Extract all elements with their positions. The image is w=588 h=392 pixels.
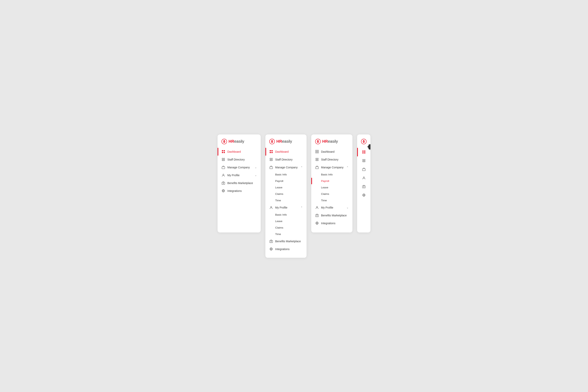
nav-staff-directory-4[interactable] xyxy=(357,156,370,165)
benefits-icon-1 xyxy=(222,181,225,185)
svg-rect-48 xyxy=(364,150,365,152)
nav-manage-company-2[interactable]: Manage Company ⌃ xyxy=(266,164,306,171)
sub-leave-profile-2[interactable]: Leave xyxy=(266,218,306,224)
my-profile-chevron-3: ⌄ xyxy=(346,206,348,209)
svg-point-46 xyxy=(364,140,364,141)
logo-text-1: HReasily xyxy=(228,139,244,144)
sub-time-mc-2[interactable]: Time xyxy=(266,197,306,204)
nav-staff-directory-3[interactable]: Staff Directory xyxy=(311,156,352,164)
nav-manage-company-label-3: Manage Company xyxy=(321,166,344,169)
integrations-icon-1 xyxy=(222,189,225,193)
nav-dashboard-4[interactable] xyxy=(357,148,370,156)
sub-payroll-3[interactable]: Payroll xyxy=(311,178,352,184)
sub-leave-mc-2[interactable]: Leave xyxy=(266,184,306,191)
nav-benefits-label-2: Benefits Marketplace xyxy=(275,240,301,243)
benefits-icon-4 xyxy=(362,185,366,188)
dashboard-icon-3 xyxy=(315,150,319,154)
svg-point-16 xyxy=(272,140,273,141)
nav-integrations-4[interactable] xyxy=(357,191,370,200)
integrations-icon-3 xyxy=(315,222,319,225)
hreasily-logo-icon-4 xyxy=(361,139,366,144)
sub-payroll-2[interactable]: Payroll xyxy=(266,178,306,184)
nav-staff-directory-label-3: Staff Directory xyxy=(321,158,338,161)
svg-rect-50 xyxy=(364,152,365,154)
svg-rect-5 xyxy=(224,152,225,153)
svg-rect-24 xyxy=(270,167,273,169)
nav-my-profile-label-1: My Profile xyxy=(227,174,240,177)
nav-benefits-1[interactable]: Benefits Marketplace xyxy=(218,179,261,187)
svg-rect-23 xyxy=(270,160,272,161)
svg-point-25 xyxy=(270,206,272,208)
dashboard-icon-4 xyxy=(362,150,366,154)
nav-manage-company-3[interactable]: Manage Company ⌃ xyxy=(311,164,352,171)
nav-my-profile-2[interactable]: My Profile ⌃ xyxy=(266,204,306,212)
svg-rect-21 xyxy=(270,158,271,159)
svg-rect-33 xyxy=(317,150,318,151)
nav-integrations-1[interactable]: Integrations xyxy=(218,187,261,195)
logo-area-4 xyxy=(357,134,370,148)
sub-claims-3[interactable]: Claims xyxy=(311,191,352,197)
svg-point-10 xyxy=(223,174,224,175)
nav-staff-directory-label-1: Staff Directory xyxy=(227,158,244,161)
sub-leave-3[interactable]: Leave xyxy=(311,184,352,191)
svg-rect-35 xyxy=(317,152,318,153)
nav-staff-directory-label-2: Staff Directory xyxy=(275,158,292,161)
sub-basic-info-2[interactable]: Basic Info xyxy=(266,171,306,178)
svg-rect-39 xyxy=(316,167,318,169)
nav-integrations-label-3: Integrations xyxy=(321,222,335,225)
nav-manage-company-label-1: Manage Company xyxy=(227,166,250,169)
sub-basic-info-profile-2[interactable]: Basic Info xyxy=(266,212,306,218)
nav-integrations-label-1: Integrations xyxy=(227,189,242,192)
my-profile-chevron-1: ⌄ xyxy=(255,174,257,176)
nav-integrations-3[interactable]: Integrations xyxy=(311,219,352,227)
svg-rect-18 xyxy=(272,150,273,151)
sidebar-panel-4: Dashboard xyxy=(357,134,370,232)
logo-area-2: HReasily xyxy=(266,134,306,148)
nav-my-profile-4[interactable] xyxy=(357,174,370,182)
svg-rect-32 xyxy=(316,150,317,151)
svg-rect-38 xyxy=(316,160,318,161)
manage-company-chevron-3: ⌃ xyxy=(346,166,348,169)
nav-dashboard-label-2: Dashboard xyxy=(275,150,289,153)
manage-company-icon-2 xyxy=(269,166,273,169)
hreasily-logo-icon-3 xyxy=(315,139,321,144)
hreasily-logo-icon-2 xyxy=(269,139,275,144)
my-profile-icon-4 xyxy=(362,176,366,180)
sub-time-profile-2[interactable]: Time xyxy=(266,231,306,237)
sub-time-3[interactable]: Time xyxy=(311,197,352,204)
sub-claims-mc-2[interactable]: Claims xyxy=(266,191,306,197)
nav-dashboard-3[interactable]: Dashboard xyxy=(311,148,352,156)
manage-company-chevron-2: ⌃ xyxy=(301,166,302,169)
sub-basic-info-3[interactable]: Basic Info xyxy=(311,171,352,178)
nav-integrations-2[interactable]: Integrations xyxy=(266,245,306,253)
my-profile-icon-1 xyxy=(222,174,225,177)
nav-my-profile-3[interactable]: My Profile ⌄ xyxy=(311,204,352,212)
svg-rect-36 xyxy=(316,158,317,159)
svg-rect-7 xyxy=(224,158,224,159)
sidebar-panel-1: HReasily Dashboard Staff Directory Manag… xyxy=(218,134,261,232)
nav-benefits-2[interactable]: Benefits Marketplace xyxy=(266,237,306,245)
svg-rect-52 xyxy=(364,159,365,160)
my-profile-chevron-2: ⌃ xyxy=(301,206,302,209)
nav-dashboard-1[interactable]: Dashboard xyxy=(218,148,261,156)
svg-rect-47 xyxy=(362,150,364,152)
svg-rect-37 xyxy=(317,158,318,159)
nav-dashboard-2[interactable]: Dashboard xyxy=(266,148,306,156)
svg-rect-6 xyxy=(222,158,223,159)
sub-claims-profile-2[interactable]: Claims xyxy=(266,224,306,231)
nav-staff-directory-1[interactable]: Staff Directory xyxy=(218,156,261,164)
staff-directory-icon-4 xyxy=(362,159,366,162)
nav-my-profile-1[interactable]: My Profile ⌄ xyxy=(218,171,261,179)
nav-dashboard-label-3: Dashboard xyxy=(321,150,334,153)
dashboard-icon-1 xyxy=(222,150,225,154)
nav-benefits-4[interactable] xyxy=(357,182,370,191)
logo-text-2: HReasily xyxy=(276,139,292,144)
svg-rect-51 xyxy=(362,159,364,160)
svg-rect-19 xyxy=(270,152,271,153)
nav-benefits-3[interactable]: Benefits Marketplace xyxy=(311,212,352,219)
nav-staff-directory-2[interactable]: Staff Directory xyxy=(266,156,306,164)
nav-manage-company-4[interactable] xyxy=(357,165,370,174)
nav-manage-company-1[interactable]: Manage Company ⌄ xyxy=(218,164,261,171)
my-profile-icon-3 xyxy=(315,206,319,209)
nav-benefits-label-1: Benefits Marketplace xyxy=(227,182,253,185)
